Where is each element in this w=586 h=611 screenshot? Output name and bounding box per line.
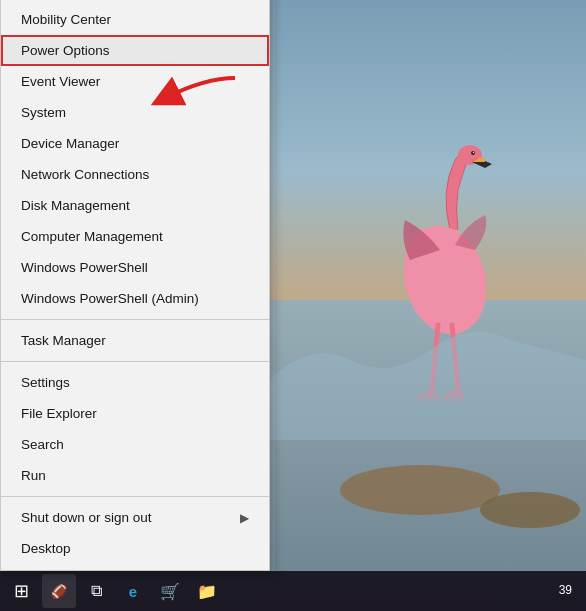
submenu-arrow-icon: ▶ <box>240 511 249 525</box>
svg-point-3 <box>480 492 580 528</box>
menu-item-desktop[interactable]: Desktop <box>1 533 269 564</box>
menu-item-task-manager[interactable]: Task Manager <box>1 325 269 356</box>
taskbar-task-view[interactable]: ⧉ <box>79 574 113 608</box>
menu-item-search[interactable]: Search <box>1 429 269 460</box>
taskbar: ⊞ 🏈 ⧉ e 🛒 📁 39 <box>0 571 586 611</box>
red-arrow-annotation <box>125 68 245 128</box>
menu-item-file-explorer[interactable]: File Explorer <box>1 398 269 429</box>
menu-item-mobility-center[interactable]: Mobility Center <box>1 4 269 35</box>
menu-item-label-file-explorer: File Explorer <box>21 406 97 421</box>
menu-item-label-windows-powershell: Windows PowerShell <box>21 260 148 275</box>
menu-item-label-mobility-center: Mobility Center <box>21 12 111 27</box>
menu-item-label-search: Search <box>21 437 64 452</box>
menu-item-label-disk-management: Disk Management <box>21 198 130 213</box>
menu-item-label-power-options: Power Options <box>21 43 110 58</box>
menu-item-label-task-manager: Task Manager <box>21 333 106 348</box>
menu-item-label-system: System <box>21 105 66 120</box>
menu-separator <box>1 319 269 320</box>
menu-item-computer-management[interactable]: Computer Management <box>1 221 269 252</box>
menu-item-label-device-manager: Device Manager <box>21 136 119 151</box>
menu-item-network-connections[interactable]: Network Connections <box>1 159 269 190</box>
start-button[interactable]: ⊞ <box>4 574 38 608</box>
menu-item-label-shut-down: Shut down or sign out <box>21 510 152 525</box>
svg-point-6 <box>473 152 474 153</box>
menu-item-label-event-viewer: Event Viewer <box>21 74 100 89</box>
menu-item-disk-management[interactable]: Disk Management <box>1 190 269 221</box>
menu-item-device-manager[interactable]: Device Manager <box>1 128 269 159</box>
menu-item-shut-down[interactable]: Shut down or sign out▶ <box>1 502 269 533</box>
svg-point-2 <box>340 465 500 515</box>
menu-separator <box>1 496 269 497</box>
taskbar-football-icon[interactable]: 🏈 <box>42 574 76 608</box>
menu-item-windows-powershell-admin[interactable]: Windows PowerShell (Admin) <box>1 283 269 314</box>
menu-item-label-run: Run <box>21 468 46 483</box>
svg-point-5 <box>471 151 475 155</box>
menu-item-label-network-connections: Network Connections <box>21 167 149 182</box>
menu-item-label-windows-powershell-admin: Windows PowerShell (Admin) <box>21 291 199 306</box>
menu-item-label-computer-management: Computer Management <box>21 229 163 244</box>
svg-rect-10 <box>270 0 275 571</box>
taskbar-clock: 39 <box>553 583 578 599</box>
menu-separator <box>1 361 269 362</box>
menu-item-label-desktop: Desktop <box>21 541 71 556</box>
menu-item-power-options[interactable]: Power Options <box>1 35 269 66</box>
menu-item-label-settings: Settings <box>21 375 70 390</box>
taskbar-explorer-icon[interactable]: 📁 <box>190 574 224 608</box>
menu-item-run[interactable]: Run <box>1 460 269 491</box>
taskbar-edge-icon[interactable]: e <box>116 574 150 608</box>
menu-item-windows-powershell[interactable]: Windows PowerShell <box>1 252 269 283</box>
menu-item-settings[interactable]: Settings <box>1 367 269 398</box>
taskbar-store-icon[interactable]: 🛒 <box>153 574 187 608</box>
